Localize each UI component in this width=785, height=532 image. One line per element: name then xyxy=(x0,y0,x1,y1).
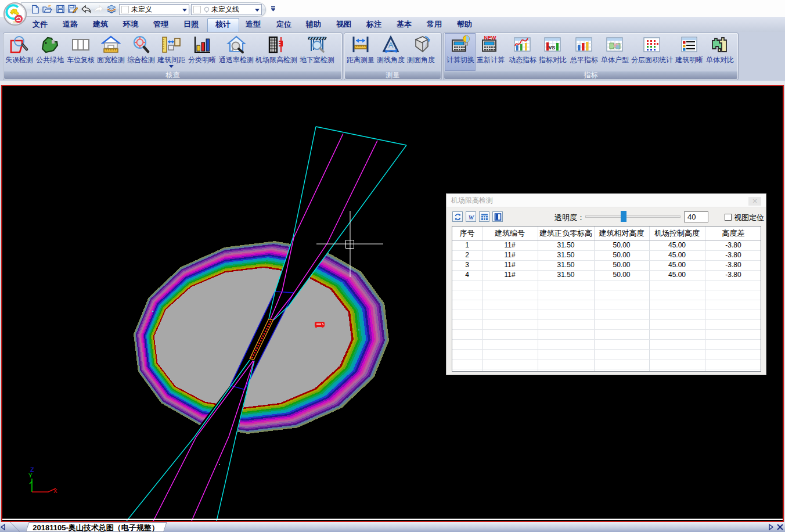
svg-text:A: A xyxy=(388,41,394,49)
svg-text:X: X xyxy=(53,488,57,495)
svg-text:W: W xyxy=(468,214,474,221)
svg-text:VS: VS xyxy=(549,45,556,51)
svg-text:Z: Z xyxy=(30,466,34,473)
